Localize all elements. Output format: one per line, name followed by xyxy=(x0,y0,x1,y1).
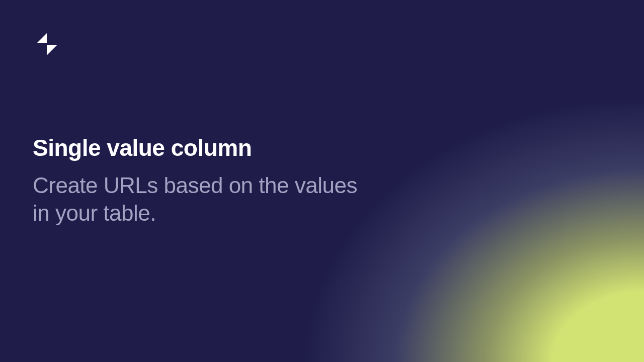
hero-content: Single value column Create URLs based on… xyxy=(33,135,375,227)
hero-subtitle: Create URLs based on the values in your … xyxy=(33,171,375,227)
glide-logo-icon xyxy=(33,30,61,58)
hero-title: Single value column xyxy=(33,135,375,161)
